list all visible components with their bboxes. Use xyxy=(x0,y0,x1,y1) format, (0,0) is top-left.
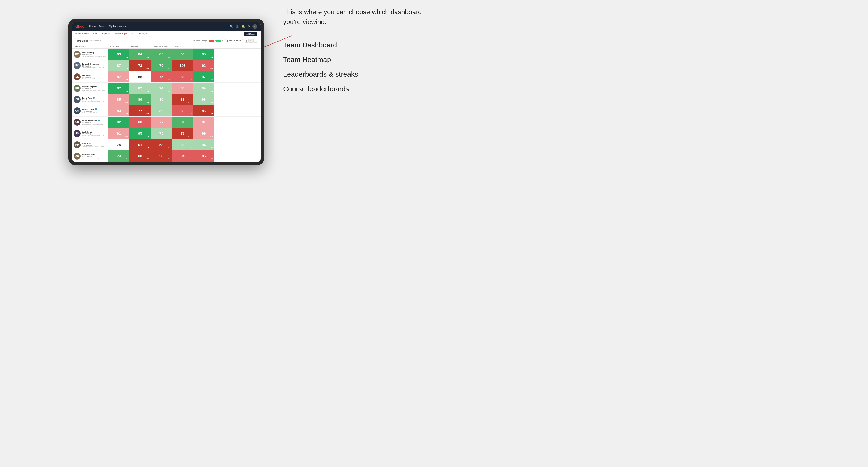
player-name[interactable]: Elliot Ebert xyxy=(82,74,106,76)
tab-pgat[interactable]: PGAT Players xyxy=(75,32,89,36)
person-icon[interactable]: 👤 xyxy=(236,25,239,28)
add-team-button[interactable]: Add Team xyxy=(244,32,257,36)
score-value: 93 xyxy=(117,52,121,56)
score-cell-7-0: 81-3▼ xyxy=(108,128,129,139)
score-cell-3-4: 941▲ xyxy=(193,83,214,94)
score-value: 60 xyxy=(138,154,142,158)
player-club: St. George's Hill GC - Weybridge - Surre… xyxy=(82,112,106,114)
score-cell-3-2: 741▲ xyxy=(151,83,172,94)
settings-icon[interactable]: ⚙ xyxy=(247,25,250,28)
score-cell-9-1: 60-1▼ xyxy=(129,151,151,161)
nav-link-home[interactable]: Home xyxy=(89,25,96,28)
score-value: 75 xyxy=(159,75,163,79)
table-row[interactable]: CRChris Robertson1-5 HandicapCraigmillar… xyxy=(72,117,261,128)
player-name[interactable]: Josh Coles xyxy=(82,131,106,133)
score-cell-6-3: 814▲ xyxy=(172,117,193,128)
player-name[interactable]: Charlie Quick xyxy=(82,108,106,111)
score-value: 58 xyxy=(159,154,163,158)
edit-icon[interactable]: ✎ xyxy=(100,40,102,42)
grid-view-icon[interactable]: ▦ xyxy=(245,39,249,43)
nav-link-teams[interactable]: Teams xyxy=(99,25,106,28)
table-row[interactable]: DFDavid FordPlus HandicapRoyal North Dev… xyxy=(72,94,261,105)
avatar: DB xyxy=(73,85,81,92)
col-header-green[interactable]: Around the Green ↓ xyxy=(151,44,172,49)
col-putting-sort-icon: ↓ xyxy=(180,45,181,47)
col-header-putting[interactable]: Putting ↓ xyxy=(172,44,193,49)
player-details: David FordPlus HandicapRoyal North Devon… xyxy=(82,97,106,102)
score-cell-1-4: 92-3▼ xyxy=(193,60,214,71)
player-club: Woburn Golf Club, United Kingdom xyxy=(82,146,104,148)
col-approach-label: Approach xyxy=(131,45,139,47)
player-handicap: 1-5 Handicap xyxy=(82,65,106,67)
player-club: Royal North Devon Golf Club, United King… xyxy=(82,101,106,102)
tab-hcaps[interactable]: Hcaps 1-5 xyxy=(101,32,111,36)
list-view-icon[interactable]: ↕ xyxy=(253,39,257,43)
nav-icons: 🔍 👤 🔔 ⚙ U xyxy=(230,24,257,29)
last-rounds-button[interactable]: ▦ Last Rounds: 20 xyxy=(225,39,243,42)
player-name[interactable]: Edward Crossman xyxy=(82,63,106,65)
search-icon[interactable]: 🔍 xyxy=(230,25,233,28)
table-row[interactable]: JCJosh Coles1-5 HandicapRoyal North Devo… xyxy=(72,128,261,139)
bell-icon[interactable]: 🔔 xyxy=(242,25,245,28)
score-delta: 4▲ xyxy=(126,90,128,92)
score-delta: -11▼ xyxy=(188,135,192,137)
menu-item-course[interactable]: Course leaderboards xyxy=(283,85,425,93)
sub-nav-links: PGAT Players PGA Hcaps 1-5 Team Clippd T… xyxy=(75,32,244,36)
player-club: Craigmillar Park, United Kingdom xyxy=(82,123,103,125)
player-name[interactable]: Matt Miller xyxy=(82,142,104,144)
table-row[interactable]: BMBlair McHargPlus HandicapRoyal North D… xyxy=(72,49,261,60)
score-delta: -3▼ xyxy=(147,147,149,148)
col-header-tee[interactable]: Off the Tee ↓ xyxy=(108,44,129,49)
col-header-approach[interactable]: Approach ↓ xyxy=(129,44,151,49)
dashboard-menu-list: Team Dashboard Team Heatmap Leaderboards… xyxy=(283,41,425,93)
score-cell-1-0: 871▲ xyxy=(108,60,129,71)
player-name[interactable]: Dave Billingham xyxy=(82,86,106,88)
score-value: 77 xyxy=(159,120,163,124)
col-green-sort-icon: ↓ xyxy=(167,45,168,47)
score-cell-7-2: 752▲ xyxy=(151,128,172,139)
score-value: 83 xyxy=(181,97,185,101)
score-cell-4-1: 897▲ xyxy=(129,94,151,105)
menu-item-leaderboards[interactable]: Leaderboards & streaks xyxy=(283,70,425,78)
score-delta: 15▲ xyxy=(189,68,192,69)
tab-pga[interactable]: PGA xyxy=(92,32,97,36)
tab-tour[interactable]: Tour xyxy=(131,32,135,36)
score-cell-1-1: 73-11▼ xyxy=(129,60,151,71)
score-delta: 4▲ xyxy=(147,90,149,92)
player-name[interactable]: Blair McHarg xyxy=(82,52,106,54)
team-header: Team Clippd | 14 Players ✎ 20 Round Chan… xyxy=(72,38,261,44)
score-cell-4-4: 963▲ xyxy=(193,94,214,105)
player-name[interactable]: Chris Robertson xyxy=(82,120,103,122)
table-row[interactable]: DBDave Billingham1-5 HandicapGog Magog G… xyxy=(72,83,261,94)
score-cell-3-3: 85-3▼ xyxy=(172,83,193,94)
col-putting-label: Putting xyxy=(174,45,179,47)
nav-logo: clippd xyxy=(75,25,85,28)
menu-item-dashboard[interactable]: Team Dashboard xyxy=(283,41,425,49)
player-details: Josh Coles1-5 HandicapRoyal North Devon … xyxy=(82,131,106,136)
table-row[interactable]: ECEdward Crossman1-5 HandicapSunningdale… xyxy=(72,60,261,71)
tab-team-clippd[interactable]: Team Clippd xyxy=(114,32,127,36)
player-handicap: 1-5 Handicap xyxy=(82,122,103,123)
player-rows: BMBlair McHargPlus HandicapRoyal North D… xyxy=(72,49,261,162)
player-name[interactable]: Aaron Nicholls xyxy=(82,154,102,156)
score-value: 88 xyxy=(138,75,142,79)
tab-all-players[interactable]: All Players xyxy=(138,32,149,36)
table-view-icon[interactable]: ≡ xyxy=(249,39,253,43)
col-tee-sort-icon: ↓ xyxy=(119,45,120,47)
table-row[interactable]: MMMatt Miller6-10 HandicapWoburn Golf Cl… xyxy=(72,139,261,151)
col-header-player[interactable]: Player Quality ↓ xyxy=(72,44,108,49)
score-cell-8-2: 584▲ xyxy=(151,139,172,150)
table-row[interactable]: EEElliot Ebert1-5 HandicapSunningdale Go… xyxy=(72,71,261,83)
round-change-bar: -5 +5 xyxy=(209,40,223,42)
score-delta: -3▼ xyxy=(210,68,213,69)
score-value: 58 xyxy=(159,143,163,147)
avatar[interactable]: U xyxy=(252,24,257,29)
player-handicap: 6-10 Handicap xyxy=(82,111,106,112)
player-name[interactable]: David Ford xyxy=(82,97,106,99)
bar-negative xyxy=(209,40,214,42)
score-delta: -10▼ xyxy=(188,102,192,103)
table-row[interactable]: ANAaron Nicholls11-15 HandicapDrift Golf… xyxy=(72,151,261,162)
table-row[interactable]: CQCharlie Quick6-10 HandicapSt. George's… xyxy=(72,105,261,117)
menu-item-heatmap[interactable]: Team Heatmap xyxy=(283,56,425,64)
nav-link-performance[interactable]: My Performance xyxy=(109,25,126,28)
